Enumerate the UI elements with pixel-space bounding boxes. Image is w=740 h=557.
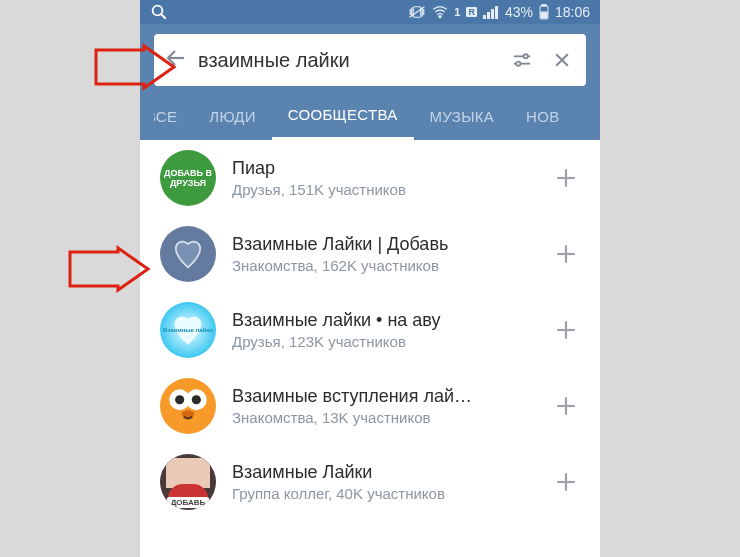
filter-icon[interactable]: [506, 44, 538, 76]
item-title: Взаимные вступления лай…: [232, 386, 530, 407]
avatar-text: Взаимные лайки: [163, 327, 213, 334]
item-title: Пиар: [232, 158, 530, 179]
svg-point-18: [524, 54, 528, 58]
tab-all[interactable]: ВСЕ: [154, 92, 193, 140]
svg-rect-15: [541, 12, 547, 18]
svg-marker-39: [70, 248, 148, 290]
search-box: [154, 34, 586, 86]
tab-communities[interactable]: СООБЩЕСТВА: [272, 92, 414, 140]
svg-point-8: [439, 16, 441, 18]
tabs: ВСЕ ЛЮДИ СООБЩЕСТВА МУЗЫКА НОВ: [154, 92, 586, 140]
svg-point-20: [516, 62, 520, 66]
svg-point-31: [175, 395, 184, 404]
list-item[interactable]: Взаимные лайки Взаимные лайки • на аву Д…: [140, 292, 600, 368]
item-subtitle: Друзья, 123K участников: [232, 333, 530, 350]
item-subtitle: Группа коллег, 40K участников: [232, 485, 530, 502]
list-item[interactable]: Взаимные вступления лай… Знакомства, 13K…: [140, 368, 600, 444]
annotation-arrow: [70, 248, 150, 290]
list-item[interactable]: Взаимные Лайки | Добавь Знакомства, 162K…: [140, 216, 600, 292]
item-subtitle: Друзья, 151K участников: [232, 181, 530, 198]
battery-percent: 43%: [505, 4, 533, 20]
vibrate-icon: [408, 5, 426, 19]
avatar-text: ДОБАВЬ В ДРУЗЬЯ: [160, 168, 216, 188]
list-item[interactable]: ДОБАВЬ Взаимные Лайки Группа коллег, 40K…: [140, 444, 600, 520]
item-subtitle: Знакомства, 13K участников: [232, 409, 530, 426]
battery-icon: [539, 4, 549, 20]
item-title: Взаимные лайки • на аву: [232, 310, 530, 331]
avatar: ДОБАВЬ В ДРУЗЬЯ: [160, 150, 216, 206]
search-icon[interactable]: [150, 3, 168, 21]
item-title: Взаимные Лайки | Добавь: [232, 234, 530, 255]
results-list: ДОБАВЬ В ДРУЗЬЯ Пиар Друзья, 151K участн…: [140, 140, 600, 520]
signal-icon: [483, 5, 499, 19]
search-header: ВСЕ ЛЮДИ СООБЩЕСТВА МУЗЫКА НОВ: [140, 24, 600, 140]
avatar-tag: ДОБАВЬ: [167, 497, 210, 508]
add-button[interactable]: [546, 234, 586, 274]
avatar: ДОБАВЬ: [160, 454, 216, 510]
wifi-icon: [432, 5, 448, 19]
svg-rect-11: [491, 9, 494, 19]
roaming-icon: R: [466, 7, 477, 17]
close-icon[interactable]: [546, 44, 578, 76]
avatar: [160, 378, 216, 434]
tab-music[interactable]: МУЗЫКА: [414, 92, 511, 140]
svg-point-0: [153, 6, 163, 16]
svg-rect-12: [495, 6, 498, 19]
add-button[interactable]: [546, 386, 586, 426]
add-button[interactable]: [546, 462, 586, 502]
avatar: [160, 226, 216, 282]
svg-point-32: [192, 395, 201, 404]
list-item[interactable]: ДОБАВЬ В ДРУЗЬЯ Пиар Друзья, 151K участн…: [140, 140, 600, 216]
tab-people[interactable]: ЛЮДИ: [193, 92, 271, 140]
svg-line-1: [161, 14, 166, 19]
phone-frame: 1 R 43% 18:06: [140, 0, 600, 557]
back-icon[interactable]: [162, 46, 190, 74]
svg-rect-9: [483, 15, 486, 19]
add-button[interactable]: [546, 310, 586, 350]
item-title: Взаимные Лайки: [232, 462, 530, 483]
status-bar: 1 R 43% 18:06: [140, 0, 600, 24]
add-button[interactable]: [546, 158, 586, 198]
search-input[interactable]: [198, 49, 498, 72]
sim1-icon: 1: [454, 6, 460, 18]
svg-rect-14: [542, 4, 546, 6]
svg-rect-10: [487, 12, 490, 19]
clock: 18:06: [555, 4, 590, 20]
tab-news[interactable]: НОВ: [510, 92, 559, 140]
avatar: Взаимные лайки: [160, 302, 216, 358]
item-subtitle: Знакомства, 162K участников: [232, 257, 530, 274]
